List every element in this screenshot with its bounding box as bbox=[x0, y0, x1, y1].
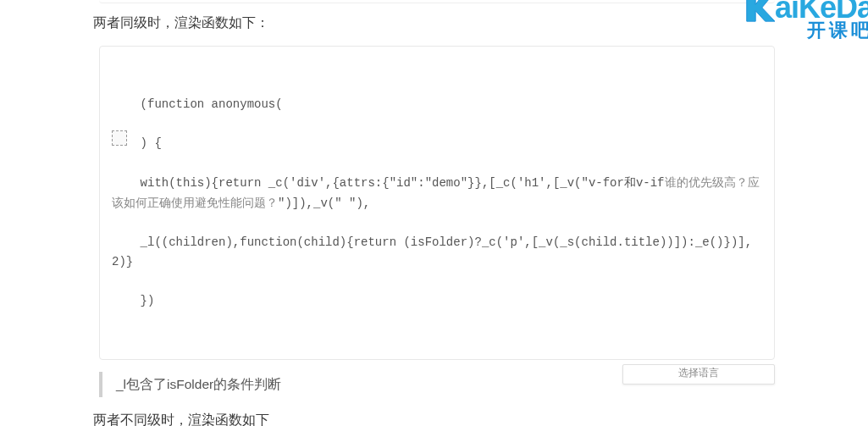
language-selector[interactable]: 选择语言 bbox=[622, 364, 775, 385]
code-line: ) { bbox=[141, 136, 162, 150]
code-highlight-box bbox=[112, 130, 127, 146]
prev-block-border bbox=[99, 0, 775, 3]
paragraph-1: 两者同级时，渲染函数如下： bbox=[93, 12, 775, 34]
code-line: with(this){return _c('div',{attrs:{"id":… bbox=[141, 176, 665, 190]
paragraph-2: 两者不同级时，渲染函数如下 bbox=[93, 409, 775, 426]
code-line: _l((children),function(child){return (is… bbox=[112, 235, 752, 268]
code-line: (function anonymous( bbox=[141, 97, 283, 111]
code-block-1[interactable]: (function anonymous( ) { with(this){retu… bbox=[99, 46, 775, 359]
lang-selector-label: 选择语言 bbox=[678, 366, 719, 383]
code-line: }) bbox=[141, 294, 155, 307]
quote-text: _l包含了isFolder的条件判断 bbox=[116, 377, 281, 391]
code-line: ")]),_v(" "), bbox=[278, 196, 370, 210]
article-content: 两者同级时，渲染函数如下： (function anonymous( ) { w… bbox=[0, 0, 868, 426]
